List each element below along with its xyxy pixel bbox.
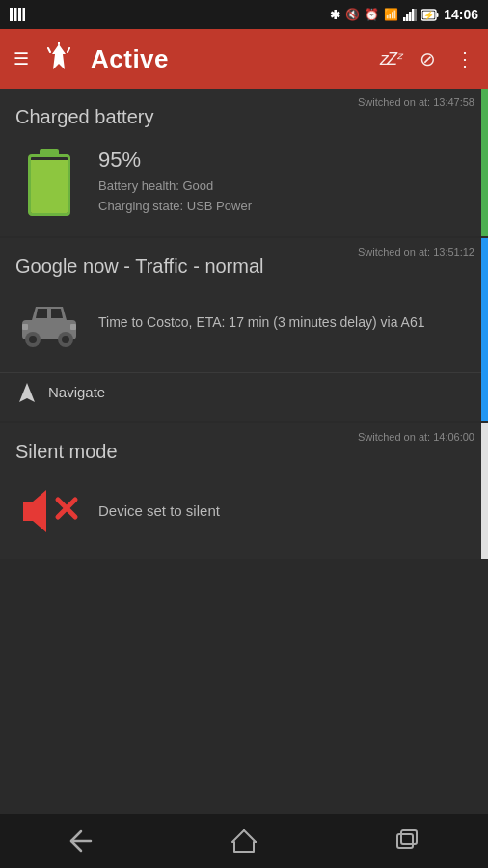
- navigate-icon: [15, 381, 39, 404]
- battery-card-body: 95% Battery health: Good Charging state:…: [0, 136, 488, 236]
- battery-percent: 95%: [98, 148, 473, 173]
- svg-rect-4: [403, 17, 406, 21]
- app-bar-actions: zZᶻ ⊘ ⋮: [380, 47, 474, 70]
- hamburger-icon[interactable]: ☰: [14, 48, 29, 69]
- battery-card: Switched on at: 13:47:58 Charged battery…: [0, 89, 488, 236]
- traffic-info: Time to Costco, ETA: 17 min (3 minutes d…: [98, 312, 473, 333]
- car-icon-container: [15, 297, 83, 349]
- back-icon: [68, 829, 95, 853]
- traffic-card-body: Time to Costco, ETA: 17 min (3 minutes d…: [0, 285, 488, 368]
- home-button[interactable]: [215, 814, 273, 868]
- status-bar-left: [10, 8, 25, 21]
- silent-card: Switched on at: 14:06:00 Silent mode Dev…: [0, 423, 488, 559]
- signal-icon: [403, 9, 417, 21]
- svg-rect-20: [70, 324, 76, 330]
- recent-icon: [393, 828, 420, 854]
- svg-point-18: [62, 336, 69, 343]
- silent-card-body: Device set to silent: [0, 471, 488, 559]
- recent-button[interactable]: [378, 814, 436, 868]
- battery-charging-state: Charging state: USB Power: [98, 197, 473, 217]
- svg-text:⚡: ⚡: [423, 10, 435, 21]
- traffic-timestamp: Switched on at: 13:51:12: [358, 246, 474, 258]
- silent-icon-container: [15, 482, 83, 540]
- svg-point-16: [29, 336, 37, 343]
- svg-rect-25: [397, 834, 413, 848]
- silent-icon: [15, 482, 83, 540]
- wifi-icon: 📶: [384, 8, 398, 21]
- battery-icon-container: [15, 149, 83, 216]
- battery-info: 95% Battery health: Good Charging state:…: [98, 148, 473, 217]
- svg-rect-8: [415, 9, 417, 21]
- home-icon: [230, 828, 258, 854]
- navigate-footer[interactable]: Navigate: [0, 372, 488, 421]
- svg-rect-19: [22, 324, 28, 330]
- back-button[interactable]: [52, 814, 110, 868]
- alarm-icon: ⏰: [365, 8, 379, 21]
- svg-rect-1: [14, 8, 17, 21]
- battery-card-indicator: [481, 89, 488, 236]
- bluetooth-icon: ✱: [330, 8, 340, 22]
- svg-rect-11: [437, 13, 439, 17]
- more-button[interactable]: ⋮: [455, 47, 474, 70]
- silent-info: Device set to silent: [98, 502, 220, 519]
- app-title: Active: [91, 44, 169, 74]
- svg-rect-3: [23, 8, 26, 21]
- svg-rect-7: [412, 9, 415, 21]
- status-time: 14:06: [444, 7, 478, 22]
- battery-health: Battery health: Good: [98, 176, 473, 197]
- battery-charging-icon: ⚡: [421, 9, 439, 21]
- svg-rect-2: [18, 8, 21, 21]
- car-icon: [18, 297, 80, 349]
- status-bar-right: ✱ 🔇 ⏰ 📶 ⚡ 14:06: [330, 7, 478, 22]
- block-button[interactable]: ⊘: [420, 47, 436, 70]
- battery-fill: [31, 160, 68, 213]
- status-bar: ✱ 🔇 ⏰ 📶 ⚡ 14:06: [0, 0, 488, 29]
- content-area: Switched on at: 13:47:58 Charged battery…: [0, 89, 488, 814]
- traffic-card: Switched on at: 13:51:12 Google now - Tr…: [0, 238, 488, 421]
- silent-card-indicator: [481, 423, 488, 559]
- mute-icon: 🔇: [345, 8, 360, 21]
- navigate-label: Navigate: [48, 384, 105, 400]
- svg-rect-26: [401, 830, 417, 844]
- nav-bar: [0, 814, 488, 868]
- svg-marker-21: [19, 383, 35, 402]
- app-bar: ☰ Active zZᶻ ⊘ ⋮: [0, 29, 488, 89]
- app-logo-icon: [42, 42, 75, 75]
- svg-rect-0: [10, 8, 13, 21]
- silent-timestamp: Switched on at: 14:06:00: [358, 431, 474, 443]
- battery-body: [28, 154, 70, 216]
- app-bar-left: ☰ Active: [14, 42, 169, 75]
- sleep-button[interactable]: zZᶻ: [380, 48, 400, 69]
- traffic-card-indicator: [481, 238, 488, 421]
- svg-rect-6: [409, 12, 412, 21]
- battery-visual: [28, 149, 70, 216]
- grid-icon: [10, 8, 25, 21]
- battery-timestamp: Switched on at: 13:47:58: [358, 96, 474, 108]
- svg-rect-5: [406, 14, 409, 21]
